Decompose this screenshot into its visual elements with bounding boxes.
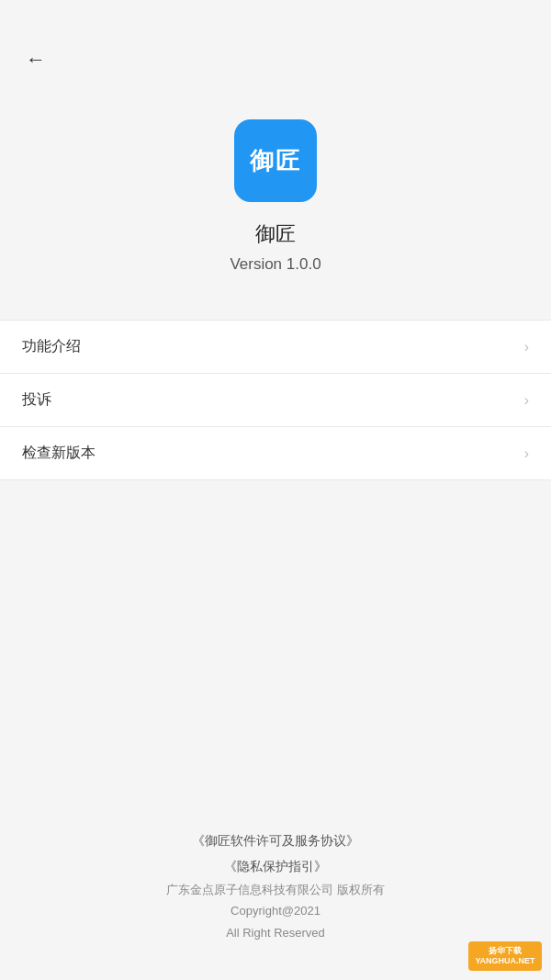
footer-license-link[interactable]: 《御匠软件许可及服务协议》 (18, 828, 533, 853)
footer-rights: All Right Reserved (18, 922, 533, 943)
footer-copyright: Copyright@2021 (18, 900, 533, 921)
chevron-right-icon-features: › (524, 339, 529, 355)
app-icon-text: 御匠 (250, 145, 301, 177)
header: ← (0, 0, 551, 83)
watermark-line2: YANGHUA.NET (475, 956, 534, 965)
menu-item-complaint-label: 投诉 (22, 390, 51, 410)
menu-item-features[interactable]: 功能介绍 › (0, 321, 551, 374)
watermark: 扬华下载 YANGHUA.NET (468, 941, 542, 971)
watermark-line1: 扬华下载 (489, 946, 522, 955)
menu-list: 功能介绍 › 投诉 › 检查新版本 › (0, 320, 551, 480)
menu-item-update[interactable]: 检查新版本 › (0, 427, 551, 480)
app-version: Version 1.0.0 (230, 255, 320, 274)
back-button[interactable]: ← (18, 46, 53, 73)
footer-company: 广东金点原子信息科技有限公司 版权所有 (18, 879, 533, 900)
spacer (0, 480, 551, 800)
app-icon: 御匠 (234, 119, 317, 202)
chevron-right-icon-update: › (524, 445, 529, 462)
watermark-text: 扬华下载 YANGHUA.NET (475, 946, 534, 966)
app-info-section: 御匠 御匠 Version 1.0.0 (0, 83, 551, 320)
chevron-right-icon-complaint: › (524, 392, 529, 409)
menu-item-features-label: 功能介绍 (22, 337, 81, 356)
page: ← 御匠 御匠 Version 1.0.0 功能介绍 › 投诉 › 检查新版本 … (0, 0, 551, 980)
footer-privacy-link[interactable]: 《隐私保护指引》 (18, 853, 533, 879)
app-name: 御匠 (255, 220, 296, 248)
menu-item-update-label: 检查新版本 (22, 444, 96, 463)
menu-item-complaint[interactable]: 投诉 › (0, 374, 551, 427)
